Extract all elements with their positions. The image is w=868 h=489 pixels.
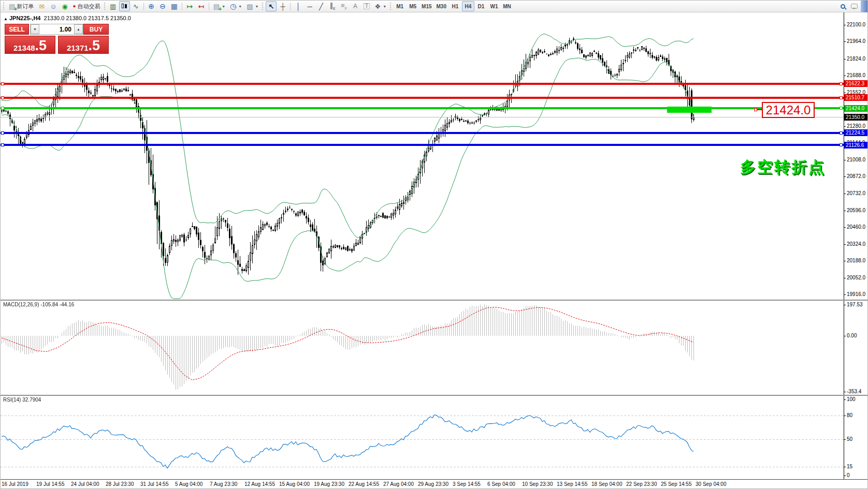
price-callout-label[interactable]: 21424.0 [762,102,815,118]
rsi-pane-separator[interactable] [1,395,868,396]
horizontal-level-line[interactable] [1,107,844,109]
vertical-line-tool[interactable]: │ [293,1,303,11]
tf-m15-button[interactable]: M15 [419,1,433,11]
tile-windows-button[interactable]: ▦ [169,1,180,11]
rsi-tick-label: 100 [847,396,856,402]
tf-m30-button[interactable]: M30 [435,1,449,11]
time-tick-label: 31 Jul 14:55 [140,481,169,487]
price-tick-label: 21688.0 [847,72,865,78]
search-button[interactable] [837,1,848,11]
buy-price-fraction: .5 [89,38,100,54]
chart-ohlc-values: 21330.0 21380.0 21317.5 21350.0 [44,15,131,21]
trendline-icon: ╱ [319,3,323,10]
line-left-handle[interactable] [1,96,4,99]
horizontal-level-line[interactable] [1,117,844,117]
rsi-tick-label: 50 [847,436,852,442]
zoom-in-button[interactable]: ⊕ [146,1,157,11]
price-tick-label: 20324.0 [847,241,865,247]
auto-scroll-icon: ↤ [198,3,204,10]
volume-input[interactable] [39,24,74,34]
fibonacci-tool[interactable]: ≡F [338,1,349,11]
horizontal-level-line[interactable] [1,97,844,99]
metaeditor-button[interactable]: ✉ [36,1,47,11]
chevron-up-icon: ▲ [77,27,80,31]
line-right-handle[interactable] [840,131,843,135]
volume-stepper: ▼ ▲ [30,24,83,35]
toolbar-grip [390,3,392,10]
sell-button[interactable]: SELL [5,24,29,35]
zoom-out-button[interactable]: ⊖ [157,1,168,11]
price-tick-label: 19916.0 [847,291,865,297]
volume-increase-button[interactable]: ▲ [74,24,83,34]
price-tick-label: 21008.0 [847,157,865,162]
price-tick-label: 20732.0 [847,190,865,196]
price-tick-mark [844,194,846,194]
rsi-tick-mark [844,399,846,400]
line-left-handle[interactable] [1,107,4,110]
horizontal-level-line[interactable] [1,144,844,146]
candlestick-chart-button[interactable] [119,1,130,11]
line-right-handle[interactable] [840,143,843,146]
time-tick-label: 15 Aug 04:00 [279,481,310,487]
arrows-dropdown[interactable]: ❖ ▼ [372,1,388,11]
price-tick-mark [844,93,846,93]
autotrading-button[interactable]: ● 自动交易 [71,1,103,11]
tf-h4-button[interactable]: H4 [462,1,474,11]
tf-h1-button[interactable]: H1 [449,1,461,11]
collapse-icon[interactable]: ▲ [4,17,8,21]
bar-chart-button[interactable]: ▥ [108,1,119,11]
chart-plot-area[interactable] [1,1,844,489]
auto-scroll-button[interactable]: ↤ [196,1,207,11]
new-chart-dropdown[interactable]: ▤+ ▼ [211,1,227,11]
trendline-tool[interactable]: ╱ [315,1,326,11]
rsi-indicator-label: RSI(14) 32.7904 [3,397,41,403]
rsi-tick-mark [844,439,846,440]
volume-decrease-button[interactable]: ▼ [31,24,39,34]
macd-tick-label: 197.53 [847,302,863,307]
line-right-handle[interactable] [840,96,843,99]
crosshair-tool-button[interactable]: ┼ [277,1,288,11]
horizontal-line-tool[interactable]: ─ [304,1,315,11]
line-left-handle[interactable] [1,131,4,135]
text-label-tool[interactable]: T [361,1,372,11]
line-right-handle[interactable] [840,82,843,85]
highlight-rectangle[interactable] [667,107,712,113]
macd-pane-separator[interactable] [1,300,868,301]
chat-button[interactable] [849,1,860,11]
chevron-down-icon: ▼ [383,5,386,8]
fibonacci-icon: ≡F [341,2,347,10]
window-corner-strip [861,1,867,12]
toolbar: ▤+ 新订单 ✉ ☺ ◉ ● 自动交易 ▥ ∿ ⊕ ⊖ [1,1,868,12]
sell-price-button[interactable]: 21348 .5 [5,36,55,54]
line-left-handle[interactable] [1,143,4,146]
channel-tool[interactable]: ∥E [327,1,338,11]
horizontal-level-line[interactable] [1,83,844,85]
time-tick-label: 24 Jul 04:00 [71,481,99,487]
price-level-badge: 21622.3 [844,80,868,87]
sell-price-main: 21348 [13,43,35,52]
signals-button[interactable]: ◉ [60,1,70,11]
buy-price-button[interactable]: 21371 .5 [58,36,109,54]
tf-m5-button[interactable]: M5 [407,1,419,11]
community-button[interactable]: ☺ [48,1,59,11]
text-tool[interactable]: A [350,1,360,11]
tf-d1-button[interactable]: D1 [475,1,487,11]
toolbar-grip [262,3,264,10]
price-level-badge: 21350.0 [844,114,868,121]
buy-button[interactable]: BUY [83,24,109,35]
new-order-button[interactable]: ▤+ 新订单 [7,1,36,11]
line-chart-button[interactable]: ∿ [131,1,141,11]
tf-mn-button[interactable]: MN [501,1,513,11]
horizontal-level-line[interactable] [1,132,844,134]
tf-w1-button[interactable]: W1 [488,1,500,11]
line-left-handle[interactable] [1,82,4,85]
chinese-note-text[interactable]: 多空转折点 [740,157,826,178]
template-dropdown[interactable]: ▨ ▼ [244,1,261,11]
tf-m1-button[interactable]: M1 [394,1,406,11]
chart-shift-button[interactable]: ↦ [184,1,195,11]
cursor-tool-button[interactable]: ↖ [266,1,277,11]
callout-handle[interactable] [754,108,757,111]
period-dropdown[interactable]: ◷ ▼ [228,1,244,11]
toolbar-separator [182,3,182,10]
line-right-handle[interactable] [840,107,843,110]
